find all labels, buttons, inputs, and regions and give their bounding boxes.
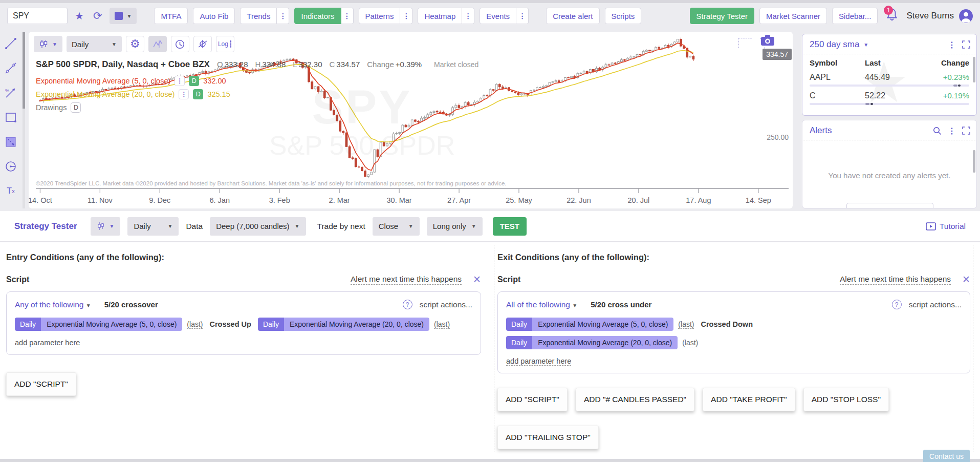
refresh-icon[interactable]: ⟳ xyxy=(91,9,104,23)
text-tool-icon[interactable]: Tx xyxy=(4,184,17,198)
exit-indicator-pill[interactable]: DailyExponential Moving Average (20, 0, … xyxy=(506,336,678,349)
percent-line-tool-icon[interactable]: % xyxy=(4,86,17,99)
camera-snapshot-icon[interactable] xyxy=(760,34,775,47)
search-icon[interactable] xyxy=(933,127,942,135)
entry-close-icon[interactable]: ✕ xyxy=(473,274,481,285)
indicator-kebab-icon[interactable]: ⋮ xyxy=(179,89,189,99)
data-depth-dropdown[interactable]: Deep (7,000 candles) ▼ xyxy=(210,217,306,236)
watchlist-range-bar[interactable] xyxy=(810,85,969,87)
toolbar-button-auto-fib[interactable]: Auto Fib xyxy=(193,8,235,24)
toolbar-button-events[interactable]: Events xyxy=(480,8,516,24)
tool-rail-scrollbar-thumb[interactable] xyxy=(23,32,25,109)
add-button-add-#-candles-passed-[interactable]: ADD "# CANDLES PASSED" xyxy=(576,388,694,411)
symbol-input[interactable] xyxy=(7,8,68,24)
alerts-partial-button[interactable] xyxy=(846,203,933,208)
drawings-timeframe-badge[interactable]: D xyxy=(71,102,81,113)
timeframe-dropdown[interactable]: Daily ▼ xyxy=(67,36,122,52)
toolbar-button-heatmap[interactable]: Heatmap xyxy=(418,8,462,24)
column-change[interactable]: Change xyxy=(925,58,969,67)
toolbar-button-trends[interactable]: Trends xyxy=(240,8,277,24)
exit-indicator-pill[interactable]: DailyExponential Moving Average (5, 0, c… xyxy=(506,318,673,331)
exit-add-parameter-link[interactable]: add parameter here xyxy=(506,357,571,366)
toolbar-button-market-scanner[interactable]: Market Scanner xyxy=(759,8,827,24)
trend-line-tool-icon[interactable] xyxy=(4,37,17,50)
entry-script-actions[interactable]: script actions... xyxy=(420,300,472,309)
extended-line-tool-icon[interactable] xyxy=(4,61,17,75)
add-button-add-take-profit-[interactable]: ADD "TAKE PROFIT" xyxy=(703,388,795,411)
toolbar-button-sidebar-[interactable]: Sidebar... xyxy=(832,8,878,24)
indicator-kebab-icon[interactable]: ⋮ xyxy=(175,76,185,86)
watchlist-title[interactable]: 250 day sma xyxy=(810,39,859,50)
rectangle-tool-icon[interactable] xyxy=(4,111,17,124)
exit-close-icon[interactable]: ✕ xyxy=(962,274,970,285)
notifications-bell-icon[interactable]: 1 xyxy=(886,8,901,24)
add-button-add-script-[interactable]: ADD "SCRIPT" xyxy=(497,388,568,411)
watchlist-expand-icon[interactable] xyxy=(962,40,970,49)
analysis-compass-icon[interactable] xyxy=(193,36,212,52)
entry-match-mode-dropdown[interactable]: Any of the following ▼ xyxy=(15,300,91,309)
trade-by-dropdown[interactable]: Close ▼ xyxy=(373,217,420,236)
color-picker-button[interactable]: ▼ xyxy=(110,8,137,24)
add-button-add-trailing-stop-[interactable]: ADD "TRAILING STOP" xyxy=(497,426,599,449)
exit-summary[interactable]: 5/20 cross under xyxy=(591,300,651,309)
last-value-link[interactable]: (last) xyxy=(678,320,694,329)
entry-indicator-pill-1[interactable]: DailyExponential Moving Average (5, 0, c… xyxy=(15,318,182,331)
circle-tool-icon[interactable] xyxy=(4,160,17,173)
kebab-menu-icon[interactable]: ⋮ xyxy=(277,8,289,24)
st-timeframe-dropdown[interactable]: Daily ▼ xyxy=(127,217,179,236)
kebab-menu-icon[interactable]: ⋮ xyxy=(341,8,354,24)
kebab-menu-icon[interactable]: ⋮ xyxy=(400,8,412,24)
filled-rectangle-tool-icon[interactable] xyxy=(4,135,17,149)
last-value-link[interactable]: (last) xyxy=(434,320,450,329)
toolbar-button-create-alert[interactable]: Create alert xyxy=(546,8,599,24)
alerts-title[interactable]: Alerts xyxy=(810,125,832,136)
drawings-label[interactable]: Drawings xyxy=(36,103,67,112)
avatar[interactable] xyxy=(959,9,973,23)
exit-alert-link[interactable]: Alert me next time this happens xyxy=(840,275,951,285)
contact-us-button[interactable]: Contact us xyxy=(923,450,970,462)
alerts-expand-icon[interactable] xyxy=(962,127,970,135)
kebab-menu-icon[interactable]: ⋮ xyxy=(516,8,529,24)
exit-match-mode-dropdown[interactable]: All of the following ▼ xyxy=(506,300,577,309)
toolbar-button-indicators[interactable]: Indicators xyxy=(294,8,341,24)
indicator-name[interactable]: Exponential Moving Average (5, 0, close) xyxy=(36,77,170,85)
test-button[interactable]: TEST xyxy=(493,217,527,236)
help-icon[interactable]: ? xyxy=(892,300,902,309)
tutorial-link[interactable]: Tutorial xyxy=(926,222,966,231)
toolbar-button-strategy-tester[interactable]: Strategy Tester xyxy=(690,8,755,24)
last-value-link[interactable]: (last) xyxy=(682,339,698,347)
indicator-timeframe-badge[interactable]: D xyxy=(189,76,199,86)
entry-indicator-pill-2[interactable]: DailyExponential Moving Average (20, 0, … xyxy=(258,318,429,331)
sessions-clock-icon[interactable] xyxy=(171,36,189,52)
exit-operator[interactable]: Crossed Down xyxy=(701,320,753,328)
column-last[interactable]: Last xyxy=(865,58,925,67)
watchlist-range-bar[interactable] xyxy=(810,103,969,105)
indicator-name[interactable]: Exponential Moving Average (20, 0, close… xyxy=(36,90,175,98)
user-name[interactable]: Steve Burns xyxy=(906,11,954,21)
help-icon[interactable]: ? xyxy=(403,300,412,309)
column-symbol[interactable]: Symbol xyxy=(810,58,865,67)
entry-summary[interactable]: 5/20 crossover xyxy=(104,300,158,309)
toolbar-button-scripts[interactable]: Scripts xyxy=(605,8,642,24)
kebab-menu-icon[interactable]: ⋮ xyxy=(462,8,474,24)
candle-type-dropdown[interactable]: ▼ xyxy=(34,36,62,52)
watchlist-row-c[interactable]: C52.22+0.19% xyxy=(802,88,976,101)
direction-dropdown[interactable]: Long only ▼ xyxy=(427,217,483,236)
entry-alert-link[interactable]: Alert me next time this happens xyxy=(351,275,462,285)
watchlist-row-aapl[interactable]: AAPL445.49+0.23% xyxy=(802,69,976,82)
st-candle-type-dropdown[interactable]: ▼ xyxy=(91,217,121,236)
favorite-star-icon[interactable]: ★ xyxy=(73,9,86,23)
add-button-add-stop-loss-[interactable]: ADD "STOP LOSS" xyxy=(803,388,889,411)
chevron-down-icon[interactable]: ▼ xyxy=(863,42,868,48)
indicator-timeframe-badge[interactable]: D xyxy=(193,89,203,99)
chart-settings-gear-icon[interactable]: ⚙ xyxy=(126,36,144,52)
last-value-link[interactable]: (last) xyxy=(187,320,203,329)
exit-script-actions[interactable]: script actions... xyxy=(909,300,962,309)
toolbar-button-patterns[interactable]: Patterns xyxy=(359,8,401,24)
watchlist-kebab-icon[interactable]: ⋮ xyxy=(948,40,956,50)
entry-operator[interactable]: Crossed Up xyxy=(209,320,251,328)
entry-add-parameter-link[interactable]: add parameter here xyxy=(15,339,80,347)
alerts-kebab-icon[interactable]: ⋮ xyxy=(948,126,956,136)
toolbar-button-mtfa[interactable]: MTFA xyxy=(154,8,188,24)
trendline-visibility-icon[interactable] xyxy=(148,36,167,52)
